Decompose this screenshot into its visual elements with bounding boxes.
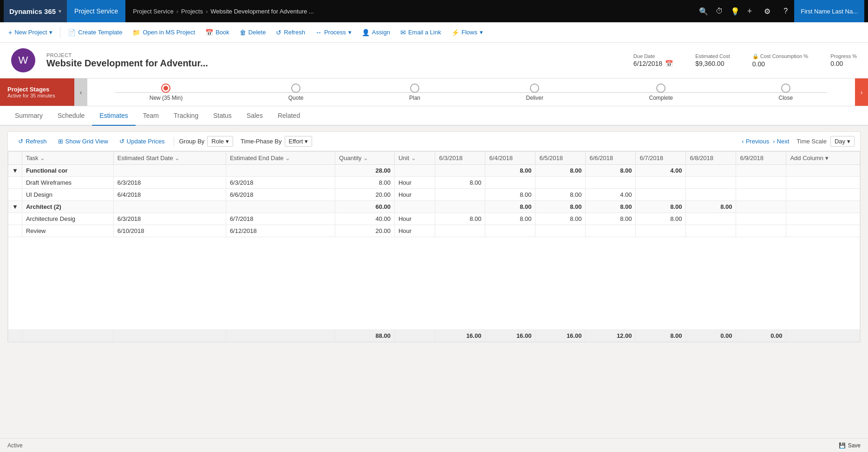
footer-task [22, 330, 113, 342]
email-link-button[interactable]: ✉ Email a Link [396, 26, 446, 39]
d603-cell-2 [435, 189, 485, 201]
estimated-cost-value: $9,360.00 [695, 60, 730, 67]
d603-cell-5 [435, 225, 485, 237]
progress-label: Progress % [830, 53, 857, 59]
estimates-refresh-button[interactable]: ↺ Refresh [13, 136, 52, 147]
stage-node-new[interactable]: New (35 Min) [150, 84, 183, 101]
notifications-icon[interactable]: 💡 [731, 7, 740, 16]
col-d607-header: 6/7/2018 [636, 152, 686, 165]
process-icon: ↔ [315, 29, 322, 36]
d605-cell-2: 8.00 [535, 189, 586, 201]
show-grid-view-button[interactable]: ⊞ Show Grid View [53, 136, 113, 147]
stage-subtitle: Active for 35 minutes [7, 93, 67, 98]
d608-cell-2 [686, 189, 736, 201]
d605-cell-1 [535, 177, 586, 189]
search-icon[interactable]: 🔍 [699, 7, 708, 16]
process-button[interactable]: ↔ Process ▾ [311, 26, 356, 39]
d607-cell-3: 8.00 [636, 201, 686, 213]
assign-button[interactable]: 👤 Assign [357, 26, 395, 39]
stage-node-close[interactable]: Close [778, 84, 793, 101]
col-unit-header[interactable]: Unit ⌄ [394, 152, 435, 165]
process-label: Process [324, 29, 346, 36]
stage-circle-quote [291, 84, 300, 93]
assign-label: Assign [372, 29, 390, 36]
start-cell-4: 6/3/2018 [113, 213, 226, 225]
stage-title: Project Stages [7, 86, 67, 93]
estimates-refresh-label: Refresh [26, 138, 47, 145]
tab-schedule[interactable]: Schedule [50, 106, 92, 126]
brand-chevron[interactable]: ▾ [59, 8, 61, 14]
estimates-table: Task ⌄ Estimated Start Date ⌄ Estimated … [8, 151, 860, 342]
flows-label: Flows [462, 29, 477, 36]
next-label: Next [777, 138, 790, 145]
refresh-button[interactable]: ↺ Refresh [271, 26, 310, 39]
tab-team[interactable]: Team [136, 106, 166, 126]
col-task-header[interactable]: Task ⌄ [22, 152, 113, 165]
expand-cell-0[interactable]: ▼ [8, 165, 22, 177]
d609-cell-0 [736, 165, 786, 177]
settings-button[interactable]: ⚙ [757, 0, 777, 22]
stages-track: New (35 Min) Quote Plan Deliver Complete… [87, 84, 855, 101]
empty-cell [8, 237, 860, 330]
breadcrumb-2[interactable]: Projects [181, 8, 203, 15]
stage-circle-complete [656, 84, 666, 93]
flows-button[interactable]: ⚡ Flows ▾ [447, 26, 488, 39]
create-template-button[interactable]: 📄 Create Template [63, 26, 127, 39]
col-quantity-header[interactable]: Quantity ⌄ [335, 152, 395, 165]
d605-cell-3: 8.00 [535, 201, 586, 213]
breadcrumb-1[interactable]: Project Service [133, 8, 173, 15]
create-template-label: Create Template [78, 29, 122, 36]
stage-node-plan[interactable]: Plan [409, 84, 420, 101]
d608-cell-4 [686, 213, 736, 225]
time-scale-chevron: ▾ [847, 138, 850, 145]
col-start-date-header[interactable]: Estimated Start Date ⌄ [113, 152, 226, 165]
tab-related[interactable]: Related [270, 106, 307, 126]
d605-cell-4: 8.00 [535, 213, 586, 225]
tab-summary[interactable]: Summary [7, 106, 50, 126]
unit-cell-4: Hour [394, 213, 435, 225]
user-menu[interactable]: First Name Last Na... [794, 0, 864, 22]
d607-cell-5 [636, 225, 686, 237]
expand-cell-3[interactable]: ▼ [8, 201, 22, 213]
create-template-icon: 📄 [68, 29, 76, 36]
time-phase-control: Time-Phase By Effort ▾ [241, 136, 312, 147]
brand-area[interactable]: Dynamics 365 ▾ [4, 0, 67, 22]
time-phase-select[interactable]: Effort ▾ [285, 136, 313, 147]
stage-node-quote[interactable]: Quote [288, 84, 304, 101]
col-end-date-header[interactable]: Estimated End Date ⌄ [226, 152, 335, 165]
previous-button[interactable]: ‹ Previous [742, 138, 769, 145]
update-prices-button[interactable]: ↺ Update Prices [115, 136, 170, 147]
tab-tracking[interactable]: Tracking [166, 106, 206, 126]
d606-cell-4: 8.00 [586, 213, 636, 225]
task-sort-icon: ⌄ [40, 155, 45, 161]
stage-nav-left-button[interactable]: ‹ [74, 78, 87, 106]
stage-nav-right-button[interactable]: › [855, 78, 868, 106]
delete-button[interactable]: 🗑 Delete [235, 26, 271, 39]
project-label: PROJECT [46, 52, 622, 58]
start-cell-2: 6/4/2018 [113, 189, 226, 201]
open-ms-project-button[interactable]: 📁 Open in MS Project [128, 26, 200, 39]
col-add-column-header[interactable]: Add Column ▾ [786, 152, 860, 165]
start-cell-1: 6/3/2018 [113, 177, 226, 189]
breadcrumb-sep-2: › [206, 8, 208, 15]
help-button[interactable]: ? [777, 0, 794, 22]
stage-circle-new [161, 84, 170, 93]
tab-sales[interactable]: Sales [239, 106, 270, 126]
calendar-icon[interactable]: 📅 [665, 60, 673, 67]
recent-icon[interactable]: ⏱ [716, 7, 723, 15]
next-button[interactable]: › Next [773, 138, 789, 145]
book-button[interactable]: 📅 Book [201, 26, 234, 39]
refresh-icon: ↺ [276, 29, 281, 36]
group-by-select[interactable]: Role ▾ [207, 136, 233, 147]
top-navigation: Dynamics 365 ▾ Project Service Project S… [0, 0, 868, 22]
project-name: Website Development for Adventur... [46, 58, 622, 69]
stage-node-deliver[interactable]: Deliver [526, 84, 543, 101]
time-scale-select[interactable]: Day ▾ [830, 136, 855, 147]
new-project-button[interactable]: + New Project ▾ [4, 26, 57, 39]
tab-status[interactable]: Status [206, 106, 239, 126]
stage-node-complete[interactable]: Complete [649, 84, 673, 101]
add-icon[interactable]: + [747, 6, 752, 16]
main-content: ↺ Refresh ⊞ Show Grid View ↺ Update Pric… [0, 131, 868, 361]
new-project-label: New Project [14, 29, 47, 36]
tab-estimates[interactable]: Estimates [92, 106, 135, 126]
